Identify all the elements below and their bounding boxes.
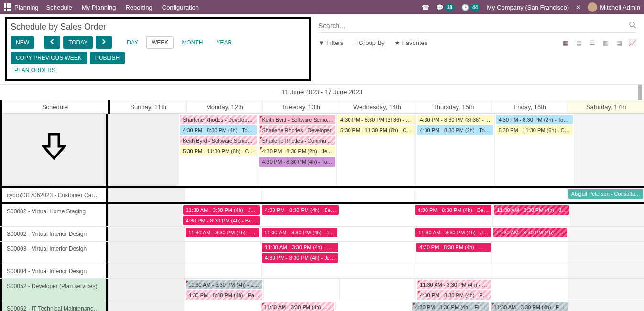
day-cell[interactable]	[261, 264, 338, 278]
calendar-view-icon[interactable]: ▤	[575, 40, 583, 46]
day-cell[interactable]: 4:30 PM - 8:30 PM (2h) - To…5:30 PM - 11…	[494, 114, 574, 186]
planning-event[interactable]: 11:30 AM - 3:30 PM (4h) - J…	[494, 205, 569, 215]
planning-event[interactable]: 4:30 PM - 8:30 PM (4h) - Be…	[262, 205, 339, 215]
day-cell[interactable]	[340, 204, 414, 226]
row-label[interactable]	[0, 114, 108, 186]
week-button[interactable]: WEEK	[146, 36, 174, 49]
day-cell[interactable]: 4:30 PM - 8:30 PM (4h) - …	[415, 242, 491, 264]
day-cell[interactable]	[492, 279, 568, 301]
planning-event[interactable]: Sharlene Rhodes - Developer	[259, 125, 335, 135]
planning-event[interactable]: 4:30 PM - 8:30 PM (4h) - Be…	[183, 216, 260, 225]
planning-event[interactable]: 4:30 PM - 8:30 PM (2h) - To…	[417, 125, 493, 135]
user-menu[interactable]: Mitchell Admin	[588, 2, 640, 12]
copy-previous-week-button[interactable]: COPY PREVIOUS WEEK	[11, 52, 87, 64]
pivot-view-icon[interactable]: ▦	[615, 40, 623, 46]
day-cell[interactable]	[491, 264, 568, 278]
day-cell[interactable]	[185, 264, 261, 278]
day-cell[interactable]	[568, 242, 644, 264]
planning-event[interactable]: Abigail Peterson - Consulta…	[568, 189, 643, 199]
day-cell[interactable]	[108, 188, 185, 202]
planning-event[interactable]: 4:30 PM - 8:30 PM (4h) - To…	[259, 157, 335, 167]
planning-event[interactable]: 5:30 PM - 11:30 PM (6h) - C…	[180, 146, 257, 156]
planning-event[interactable]: 4:30 PM - 8:30 PM (4h) - Je…	[262, 253, 338, 263]
planning-event[interactable]: Sharlene Rhodes - Develop…	[180, 115, 257, 124]
day-cell[interactable]: 4:30 PM - 8:30 PM (4h) - Eli…	[411, 301, 489, 311]
day-cell[interactable]	[108, 279, 184, 301]
activities-icon[interactable]: 🕒44	[461, 4, 480, 11]
planning-event[interactable]: 11:30 AM - 3:30 PM (4h) - …	[186, 228, 259, 237]
planning-event[interactable]: 11:30 AM - 3:30 PM (4h) - …	[417, 280, 491, 289]
group-by-button[interactable]: ≡Group By	[353, 39, 385, 46]
day-cell[interactable]	[338, 227, 414, 241]
list-view-icon[interactable]: ☰	[589, 40, 596, 46]
favorites-button[interactable]: ★Favorites	[394, 39, 427, 46]
day-cell[interactable]: 4:30 PM - 8:30 PM (3h36) - …5:30 PM - 11…	[336, 114, 415, 186]
prev-button[interactable]	[44, 36, 60, 49]
planning-event[interactable]: 11:30 AM - 3:30 PM (4h) - …	[261, 302, 334, 311]
day-cell[interactable]	[339, 279, 415, 301]
publish-button[interactable]: PUBLISH	[90, 52, 125, 64]
kanban-view-icon[interactable]: ▥	[602, 40, 610, 46]
day-cell[interactable]: 11:30 AM - 3:30 PM (4h) - …	[260, 301, 335, 311]
menu-configuration[interactable]: Configuration	[162, 4, 199, 11]
day-cell[interactable]: 11:30 AM - 3:30 PM (4h) - …4:30 PM - 8:3…	[415, 279, 491, 301]
search-icon[interactable]	[629, 21, 636, 30]
day-cell[interactable]: 11:30 AM - 3:30 PM (4h) - J…	[492, 204, 570, 226]
graph-view-icon[interactable]: 📈	[629, 40, 636, 46]
phone-icon[interactable]: ☎	[422, 4, 429, 11]
planning-event[interactable]: 11:30 AM - 3:30 PM (4h) - J…	[262, 228, 337, 237]
planning-event[interactable]: 5:30 PM - 11:30 PM (6h) - C…	[496, 125, 573, 135]
day-cell[interactable]	[185, 188, 261, 202]
day-cell[interactable]	[261, 188, 338, 202]
plan-orders-button[interactable]: PLAN ORDERS	[11, 64, 305, 77]
day-cell[interactable]	[108, 227, 184, 241]
month-button[interactable]: MONTH	[176, 36, 208, 49]
row-label[interactable]: S00052 - IT Technical Maintenance (Pla…	[0, 301, 108, 311]
day-cell[interactable]	[335, 301, 411, 311]
apps-icon[interactable]	[4, 3, 11, 11]
planning-event[interactable]: 4:30 PM - 8:30 PM (3h36) - …	[417, 115, 493, 124]
planning-event[interactable]: 11:30 AM - 3:30 PM (4h) - J…	[183, 205, 260, 215]
day-cell[interactable]: Keith Byrd - Software Senio…Sharlene Rho…	[258, 114, 336, 186]
planning-event[interactable]: Keith Byrd - Software Senio…	[180, 136, 257, 145]
menu-my-planning[interactable]: My Planning	[82, 4, 116, 11]
row-label[interactable]: S00052 - Developer (Plan services)	[0, 279, 108, 301]
day-cell[interactable]: 4:30 PM - 8:30 PM (4h) - Be…	[414, 204, 493, 226]
planning-event[interactable]: 11:30 AM - 3:30 PM (4h) - …	[262, 243, 338, 252]
day-cell[interactable]	[568, 279, 644, 301]
day-cell[interactable]	[339, 242, 415, 264]
day-cell[interactable]: 11:30 AM - 3:30 PM (4h) - E…4:30 PM - 8:…	[184, 279, 263, 301]
day-cell[interactable]: 11:30 AM - 3:30 PM (4h) - J…	[260, 227, 338, 241]
day-cell[interactable]	[263, 279, 339, 301]
planning-event[interactable]: 11:30 AM - 3:30 PM (4h) - J…	[415, 228, 491, 237]
today-button[interactable]: TODAY	[63, 36, 93, 49]
day-cell[interactable]	[184, 301, 259, 311]
day-cell[interactable]	[414, 188, 491, 202]
day-cell[interactable]	[338, 264, 414, 278]
day-cell[interactable]	[568, 227, 644, 241]
planning-event[interactable]: 5:30 PM - 11:30 PM (6h) - C…	[338, 125, 415, 135]
day-cell[interactable]: 4:30 PM - 8:30 PM (4h) - Be…	[261, 204, 340, 226]
day-cell[interactable]	[338, 188, 414, 202]
planning-event[interactable]: 11:30 AM - 3:30 PM (4h) - E…	[491, 302, 568, 311]
company-switcher[interactable]: My Company (San Francisco)	[487, 4, 569, 11]
planning-event[interactable]: 11:30 AM - 3:30 PM (4h) - E…	[186, 280, 262, 289]
new-button[interactable]: NEW	[11, 36, 34, 49]
year-button[interactable]: YEAR	[211, 36, 237, 49]
gantt-view-icon[interactable]: ▦	[562, 40, 569, 46]
day-cell[interactable]	[568, 301, 644, 311]
planning-event[interactable]: 4:30 PM - 8:30 PM (4h) - Be…	[415, 205, 492, 215]
day-cell[interactable]: Abigail Peterson - Consulta…	[567, 188, 644, 202]
day-cell[interactable]: 11:30 AM - 3:30 PM (4h) - …	[184, 227, 260, 241]
day-cell[interactable]: Sharlene Rhodes - Develop…4:30 PM - 8:30…	[178, 114, 258, 186]
day-cell[interactable]	[108, 301, 184, 311]
day-cell[interactable]: 11:30 AM - 3:30 PM (4h) - J…4:30 PM - 8:…	[182, 204, 261, 226]
row-label[interactable]: cybro2317062023 - Customer Care (Pr…	[0, 188, 108, 202]
day-cell[interactable]	[491, 188, 567, 202]
day-cell[interactable]	[570, 204, 644, 226]
search-input[interactable]	[318, 21, 629, 30]
planning-event[interactable]: 4:30 PM - 8:30 PM (4h) - …	[416, 243, 491, 252]
messages-icon[interactable]: 💬38	[436, 4, 455, 11]
planning-event[interactable]: 4:30 PM - 8:30 PM (3h36) - …	[338, 115, 415, 124]
planning-event[interactable]: Keith Byrd - Software Senio…	[259, 115, 335, 124]
